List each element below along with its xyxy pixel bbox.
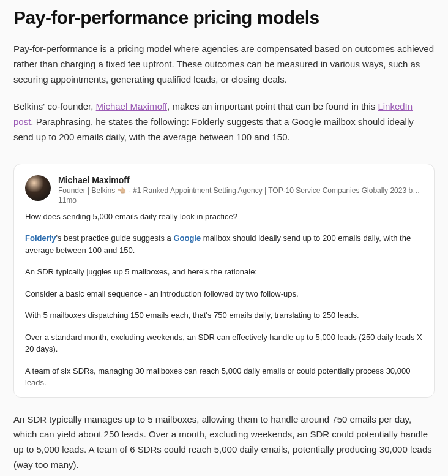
- author-link[interactable]: Michael Maximoff: [96, 101, 167, 111]
- author-info: Michael Maximoff Founder | Belkins 👈🏼 - …: [58, 175, 423, 205]
- post-p2: Folderly's best practice guide suggests …: [25, 232, 423, 256]
- cofounder-paragraph: Belkins' co-founder, Michael Maximoff, m…: [13, 99, 435, 145]
- post-p4: Consider a basic email sequence - an int…: [25, 288, 423, 300]
- cofounder-suffix: . Paraphrasing, he states the following:…: [13, 116, 414, 142]
- post-p5: With 5 mailboxes dispatching 150 emails …: [25, 309, 423, 322]
- post-p1: How does sending 5,000 emails daily real…: [25, 211, 423, 223]
- avatar: [25, 175, 51, 201]
- google-link[interactable]: Google: [173, 233, 201, 243]
- post-body: How does sending 5,000 emails daily real…: [25, 211, 423, 398]
- linkedin-post-card: Michael Maximoff Founder | Belkins 👈🏼 - …: [13, 164, 435, 398]
- post-p7: A team of six SDRs, managing 30 mailboxe…: [25, 365, 423, 389]
- post-p3: An SDR typically juggles up 5 mailboxes,…: [25, 266, 423, 278]
- post-header: Michael Maximoff Founder | Belkins 👈🏼 - …: [25, 175, 423, 205]
- page-title: Pay-for-performance pricing models: [13, 7, 435, 28]
- cofounder-mid: , makes an important point that can be f…: [167, 101, 378, 111]
- post-author-name: Michael Maximoff: [58, 175, 423, 185]
- closing-paragraph: An SDR typically manages up to 5 mailbox…: [13, 412, 435, 473]
- post-p6: Over a standard month, excluding weekend…: [25, 331, 423, 355]
- cofounder-prefix: Belkins' co-founder,: [13, 101, 96, 111]
- intro-paragraph: Pay-for-performance is a pricing model w…: [13, 42, 435, 87]
- folderly-link[interactable]: Folderly: [25, 233, 56, 243]
- post-p2b: 's best practice guide suggests a: [56, 233, 174, 243]
- post-author-tagline: Founder | Belkins 👈🏼 - #1 Ranked Appoint…: [58, 186, 423, 195]
- post-age: 11mo: [58, 196, 423, 205]
